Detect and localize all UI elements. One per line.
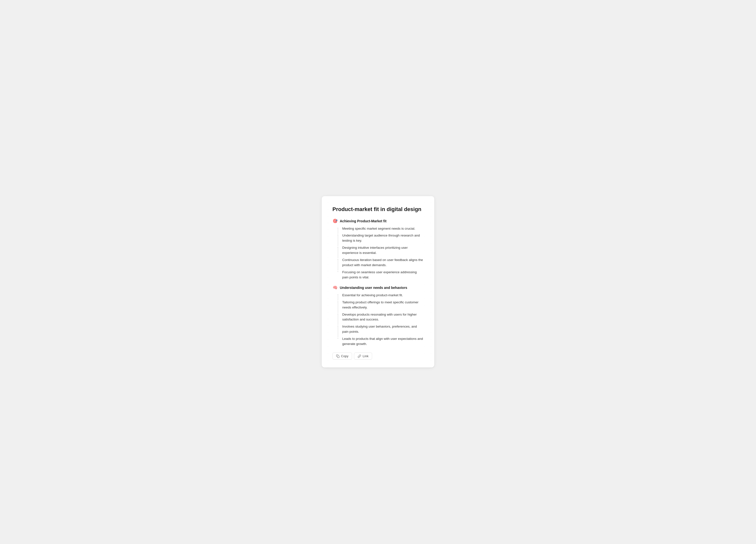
- copy-icon: [336, 354, 340, 358]
- svg-rect-0: [337, 356, 339, 358]
- target-icon: 🎯: [332, 219, 338, 224]
- link-button[interactable]: Link: [354, 352, 372, 360]
- actions-bar: Copy Link: [332, 352, 424, 360]
- sections-container: 🎯Achieving Product-Market fitMeeting spe…: [332, 219, 424, 347]
- bullet-list: Meeting specific market segment needs is…: [332, 226, 424, 280]
- brain-icon: 🧠: [332, 285, 338, 290]
- card-content: Product-market fit in digital design 🎯Ac…: [332, 206, 424, 360]
- list-item: Tailoring product offerings to meet spec…: [340, 300, 424, 310]
- section-title: Understanding user needs and behaviors: [340, 286, 407, 289]
- page-title: Product-market fit in digital design: [332, 206, 424, 213]
- list-item: Essential for achieving product-market f…: [340, 293, 424, 298]
- list-item: Involves studying user behaviors, prefer…: [340, 324, 424, 334]
- link-label: Link: [363, 354, 368, 358]
- bullet-list: Essential for achieving product-market f…: [332, 293, 424, 347]
- list-item: Develops products resonating with users …: [340, 312, 424, 322]
- list-item: Designing intuitive interfaces prioritiz…: [340, 245, 424, 256]
- section-header: 🎯Achieving Product-Market fit: [332, 219, 424, 224]
- section-2: 🧠Understanding user needs and behaviorsE…: [332, 285, 424, 347]
- section-header: 🧠Understanding user needs and behaviors: [332, 285, 424, 290]
- list-item: Continuous iteration based on user feedb…: [340, 258, 424, 268]
- copy-button[interactable]: Copy: [332, 352, 352, 360]
- section-1: 🎯Achieving Product-Market fitMeeting spe…: [332, 219, 424, 280]
- list-item: Meeting specific market segment needs is…: [340, 226, 424, 232]
- list-item: Understanding target audience through re…: [340, 233, 424, 244]
- list-item: Focusing on seamless user experience add…: [340, 270, 424, 280]
- section-title: Achieving Product-Market fit: [340, 219, 387, 223]
- content-card: Product-market fit in digital design 🎯Ac…: [322, 196, 434, 367]
- link-icon: [358, 354, 361, 358]
- copy-label: Copy: [341, 354, 348, 358]
- list-item: Leads to products that align with user e…: [340, 336, 424, 347]
- page-wrapper: Product-market fit in digital design 🎯Ac…: [10, 10, 746, 544]
